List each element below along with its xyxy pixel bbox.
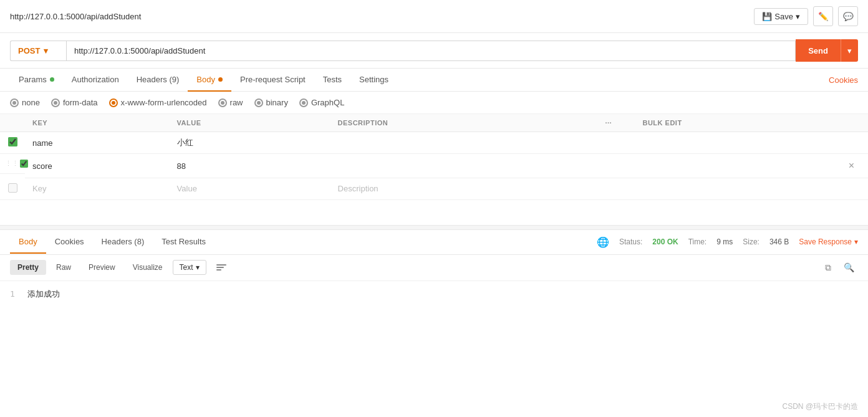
row1-actions	[597, 132, 635, 154]
table-row-placeholder: Key Value Description	[0, 178, 868, 200]
row1-description[interactable]	[330, 132, 598, 154]
response-body: 1 添加成功	[0, 281, 868, 307]
resp-tab-body[interactable]: Body	[10, 231, 46, 254]
copy-button[interactable]: ⧉	[821, 260, 835, 276]
raw-radio[interactable]	[218, 98, 227, 107]
send-dropdown-button[interactable]: ▾	[841, 39, 858, 62]
row2-key[interactable]: score	[25, 154, 170, 178]
resp-tab-headers-label: Headers (8)	[102, 237, 145, 246]
row1-checkbox-cell	[0, 132, 25, 154]
fmt-preview[interactable]: Preview	[81, 260, 123, 275]
graphql-radio[interactable]	[299, 98, 308, 107]
tab-headers[interactable]: Headers (9)	[128, 69, 188, 92]
search-button[interactable]: 🔍	[840, 260, 858, 275]
tab-params[interactable]: Params	[10, 69, 63, 92]
save-icon: 💾	[762, 12, 772, 21]
row2-checkbox-cell: ⋮⋮	[0, 154, 25, 174]
params-dot	[50, 77, 54, 82]
edit-icon-button[interactable]: ✏️	[813, 6, 833, 26]
body-type-form-data[interactable]: form-data	[51, 98, 98, 107]
kv-table: KEY VALUE DESCRIPTION ··· Bulk Edit name…	[0, 114, 868, 200]
wrap-button[interactable]	[214, 262, 229, 273]
tab-tests[interactable]: Tests	[314, 69, 350, 92]
form-data-radio[interactable]	[51, 98, 60, 107]
tab-authorization[interactable]: Authorization	[63, 69, 128, 92]
th-value: VALUE	[170, 114, 330, 132]
fmt-raw[interactable]: Raw	[49, 260, 79, 275]
placeholder-key[interactable]: Key	[25, 178, 170, 200]
body-type-binary[interactable]: binary	[254, 98, 288, 107]
resp-tab-cookies[interactable]: Cookies	[46, 231, 93, 254]
th-actions: ···	[597, 114, 635, 132]
resp-tab-test-results[interactable]: Test Results	[153, 231, 215, 254]
text-dropdown[interactable]: Text ▾	[173, 260, 206, 275]
tab-prerequest-label: Pre-request Script	[240, 75, 306, 84]
method-select[interactable]: POST ▾	[10, 41, 66, 61]
row2-checkbox[interactable]	[20, 159, 28, 168]
tab-prerequest[interactable]: Pre-request Script	[231, 69, 314, 92]
text-dropdown-label: Text	[180, 263, 193, 272]
method-label: POST	[18, 46, 40, 55]
save-label: Save	[774, 12, 793, 21]
binary-label: binary	[266, 98, 288, 107]
resp-tab-body-label: Body	[19, 237, 37, 246]
wrap-line-1	[216, 264, 226, 266]
binary-radio[interactable]	[254, 98, 263, 107]
cookies-link[interactable]: Cookies	[829, 69, 858, 91]
comment-icon-button[interactable]: 💬	[838, 6, 858, 26]
line-number: 1	[10, 289, 15, 299]
body-type-urlencoded[interactable]: x-www-form-urlencoded	[109, 98, 207, 107]
row1-checkbox[interactable]	[8, 137, 17, 146]
resp-tab-cookies-label: Cookies	[55, 237, 84, 246]
row1-key[interactable]: name	[25, 132, 170, 154]
url-input[interactable]	[66, 41, 796, 61]
body-type-none[interactable]: none	[10, 98, 40, 107]
row2-remove-button[interactable]: ×	[845, 159, 858, 173]
row2-value[interactable]: 88	[170, 154, 330, 178]
format-actions: ⧉ 🔍	[821, 260, 858, 276]
raw-label: raw	[230, 98, 243, 107]
response-content: 添加成功	[27, 289, 60, 299]
th-bulk-edit[interactable]: Bulk Edit	[635, 114, 868, 132]
body-type-graphql[interactable]: GraphQL	[299, 98, 344, 107]
save-dropdown-icon: ▾	[796, 12, 800, 21]
form-data-label: form-data	[63, 98, 98, 107]
text-dropdown-icon: ▾	[196, 263, 200, 272]
fmt-pretty[interactable]: Pretty	[10, 260, 46, 275]
graphql-label: GraphQL	[311, 98, 344, 107]
status-label: Status:	[619, 237, 642, 246]
row1-value[interactable]: 小红	[170, 132, 330, 154]
th-key: KEY	[25, 114, 170, 132]
send-label: Send	[808, 46, 828, 55]
row2-description[interactable]	[330, 154, 598, 178]
th-description: DESCRIPTION	[330, 114, 598, 132]
row2-remove-cell: ×	[635, 154, 868, 178]
request-tabs: Params Authorization Headers (9) Body Pr…	[0, 69, 868, 92]
top-bar-url: http://127.0.0.1:5000/api/addStudent	[10, 12, 141, 21]
format-bar: Pretty Raw Preview Visualize Text ▾ ⧉ 🔍	[0, 255, 868, 281]
section-divider	[0, 225, 868, 230]
urlencoded-radio[interactable]	[109, 98, 118, 107]
save-response-dropdown-icon: ▾	[854, 237, 858, 246]
method-dropdown-icon: ▾	[44, 46, 48, 55]
placeholder-checkbox[interactable]	[8, 183, 17, 193]
body-type-raw[interactable]: raw	[218, 98, 243, 107]
tab-tests-label: Tests	[323, 75, 342, 84]
tab-settings[interactable]: Settings	[350, 69, 397, 92]
time-label: Time:	[688, 237, 707, 246]
row2-actions	[597, 154, 635, 178]
resp-tab-headers[interactable]: Headers (8)	[93, 231, 153, 254]
urlencoded-label: x-www-form-urlencoded	[121, 98, 207, 107]
fmt-visualize[interactable]: Visualize	[125, 260, 170, 275]
watermark: CSDN @玛卡巴卡的造	[782, 401, 858, 412]
table-row: name 小红	[0, 132, 868, 154]
none-radio[interactable]	[10, 98, 19, 107]
save-response-button[interactable]: Save Response ▾	[799, 237, 858, 246]
body-type-selector: none form-data x-www-form-urlencoded raw…	[0, 92, 868, 114]
placeholder-value[interactable]: Value	[170, 178, 330, 200]
placeholder-bulk	[635, 178, 868, 200]
tab-body[interactable]: Body	[188, 69, 231, 92]
placeholder-description[interactable]: Description	[330, 178, 598, 200]
send-button[interactable]: Send	[796, 39, 841, 62]
save-button[interactable]: 💾 Save ▾	[754, 8, 808, 25]
